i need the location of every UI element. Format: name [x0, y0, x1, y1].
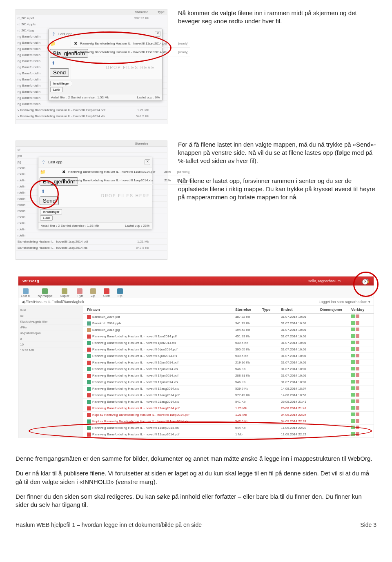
toolbar-flytt[interactable]: Flytt	[77, 288, 83, 298]
tool-icon-b[interactable]	[356, 347, 359, 351]
table-row[interactable]: Kopi av Rannveig Banefordeling Haslum IL…	[83, 418, 374, 425]
tool-icon-a[interactable]	[351, 386, 355, 390]
tool-icon-b[interactable]	[356, 314, 359, 318]
tool-icon-b[interactable]	[356, 413, 359, 416]
folder-up-icon[interactable]: ◀	[22, 300, 24, 304]
tool-icon-b[interactable]	[356, 321, 359, 325]
remove-icon[interactable]: ✖	[73, 40, 78, 46]
tool-icon-b[interactable]	[356, 399, 359, 403]
tool-icon-a[interactable]	[351, 321, 355, 325]
close-button[interactable]: Lukk	[50, 87, 63, 92]
settings-button[interactable]: Innstillinger	[50, 81, 72, 86]
tool-icon-b[interactable]	[356, 380, 359, 384]
tool-icon-a[interactable]	[351, 360, 355, 364]
tool-icon-b[interactable]	[356, 393, 359, 397]
table-row[interactable]: Rannveig Banefordeling Haslum IL - hoved…	[83, 353, 374, 359]
toolbar-ftp[interactable]: Ftp	[117, 288, 123, 298]
table-row[interactable]: Kopi av Rannveig Banefordeling Haslum IL…	[83, 412, 374, 418]
file-img-icon	[87, 328, 91, 332]
file-xls-icon	[87, 426, 91, 430]
table-row[interactable]: Banekort_2094.pptx341.79 Kb31.07.2014 10…	[83, 320, 374, 327]
table-row[interactable]: Rannveig Banefordeling Haslum IL - hoved…	[83, 399, 374, 405]
bg-file-row: Banefordeling Haslum IL - hovedfil 1sep2…	[16, 245, 167, 251]
tool-icon-a[interactable]	[351, 367, 355, 370]
tool-icon-a[interactable]	[351, 380, 355, 384]
toolbar-ny-mappe[interactable]: Ny mappe	[38, 288, 52, 298]
table-row[interactable]: Rannveig Banefordeling Haslum IL - hoved…	[83, 372, 374, 379]
tool-icon-a[interactable]	[351, 413, 355, 416]
file-xls-icon	[87, 387, 91, 391]
table-row[interactable]: Rannveig Banefordeling Haslum IL - hoved…	[83, 366, 374, 372]
tool-icon-a[interactable]	[351, 341, 355, 344]
tool-icon-a[interactable]	[351, 406, 355, 410]
table-row[interactable]: Rannveig Banefordeling Haslum IL - hoved…	[83, 386, 374, 392]
tool-icon-a[interactable]	[351, 432, 355, 436]
table-row[interactable]: Rannveig Banefordeling Haslum IL - hoved…	[83, 392, 374, 399]
upload-title: Last opp	[48, 160, 62, 164]
upload-icon: ⇧	[50, 31, 57, 37]
drop-zone[interactable]: DROP FILES HERE	[59, 185, 192, 207]
toolbar-slett[interactable]: Slett	[103, 288, 110, 298]
table-row[interactable]: Banekort_2094.pdf387.22 Kb31.07.2014 10:…	[83, 314, 374, 320]
table-row[interactable]: Rannveig Banefordeling Haslum IL - hoved…	[83, 379, 374, 386]
tool-icon-b[interactable]	[356, 328, 359, 331]
tool-icon-a[interactable]	[351, 314, 355, 318]
tool-icon-b[interactable]	[356, 419, 359, 423]
close-icon[interactable]: ✕	[362, 279, 368, 285]
tool-icon-b[interactable]	[356, 360, 359, 364]
tool-icon-a[interactable]	[351, 373, 355, 377]
file-pdf-icon	[87, 393, 91, 397]
file-xls-icon	[87, 419, 91, 424]
tool-icon-a[interactable]	[351, 393, 355, 397]
caption-3: Når filene er lastet opp, forsvinner ram…	[178, 177, 376, 201]
remove-icon[interactable]: ✖	[73, 49, 78, 55]
tool-icon-b[interactable]	[356, 406, 359, 410]
upload-title: Last opp	[58, 32, 73, 36]
send-icon: ⬆	[50, 60, 56, 66]
table-row[interactable]: Rannveig Banefordeling Haslum IL - hoved…	[83, 346, 374, 353]
screenshot-1: Størrelse Type rt_2014.pdf387.22 Kbrt_20…	[16, 9, 167, 124]
sidebar-entry: 0	[20, 336, 81, 342]
sidebar-entry: rFiler	[20, 325, 81, 330]
table-row[interactable]: Banekort_2014.jpg194.42 Kb31.07.2014 10:…	[83, 327, 374, 333]
tool-icon-a[interactable]	[351, 399, 355, 403]
tool-icon-a[interactable]	[351, 334, 355, 338]
close-icon[interactable]: ✕	[155, 31, 160, 37]
toolbar-last-til[interactable]: Last til	[21, 288, 30, 298]
sidebar-entry: 10.38 MB	[20, 348, 81, 353]
footer-right: Side 3	[360, 522, 376, 528]
tool-icon-a[interactable]	[351, 426, 355, 429]
close-icon[interactable]: ✕	[145, 159, 150, 165]
tool-icon-b[interactable]	[356, 386, 359, 390]
tool-icon-a[interactable]	[351, 347, 355, 351]
close-button[interactable]: Lukk	[40, 215, 53, 221]
send-button[interactable]: Send	[40, 196, 59, 205]
sidebar-entry: ok	[20, 313, 81, 319]
table-row[interactable]: Rannveig Banefordeling Haslum IL - hoved…	[83, 431, 374, 438]
tool-icon-b[interactable]	[356, 354, 359, 357]
tool-icon-a[interactable]	[351, 419, 355, 423]
tool-icon-b[interactable]	[356, 341, 359, 344]
table-row[interactable]: Rannveig Banefordeling Haslum IL - hoved…	[83, 425, 374, 431]
tool-icon-b[interactable]	[356, 426, 359, 429]
login-as[interactable]: Logget inn som ragnarhaslum ▾	[318, 300, 370, 304]
table-row[interactable]: Rannveig Banefordeling Haslum IL - hoved…	[83, 359, 374, 366]
table-row[interactable]: Rannveig Banefordeling Haslum IL - hoved…	[83, 340, 374, 346]
sidebar-entry: utvpublikasjon	[20, 330, 81, 336]
tool-icon-b[interactable]	[356, 432, 359, 436]
send-button[interactable]: Send	[50, 68, 69, 77]
remove-icon[interactable]: ✖	[61, 177, 67, 183]
tool-icon-b[interactable]	[356, 373, 359, 377]
tool-icon-b[interactable]	[356, 367, 359, 370]
toolbar-kopier[interactable]: Kopier	[60, 288, 69, 298]
drop-zone[interactable]: DROP FILES HERE	[71, 56, 190, 79]
upload-pct: Lastet opp : 23%	[125, 224, 149, 227]
remove-icon[interactable]: ✖	[61, 169, 67, 174]
settings-button[interactable]: Innstillinger	[40, 209, 62, 214]
table-row[interactable]: Rannveig Banefordeling Haslum IL - hoved…	[83, 333, 374, 340]
table-row[interactable]: Rannveig Banefordeling Haslum IL - hoved…	[83, 405, 374, 412]
tool-icon-a[interactable]	[351, 328, 355, 331]
toolbar-zip[interactable]: Zip	[90, 288, 96, 298]
tool-icon-a[interactable]	[351, 354, 355, 357]
tool-icon-b[interactable]	[356, 334, 359, 338]
